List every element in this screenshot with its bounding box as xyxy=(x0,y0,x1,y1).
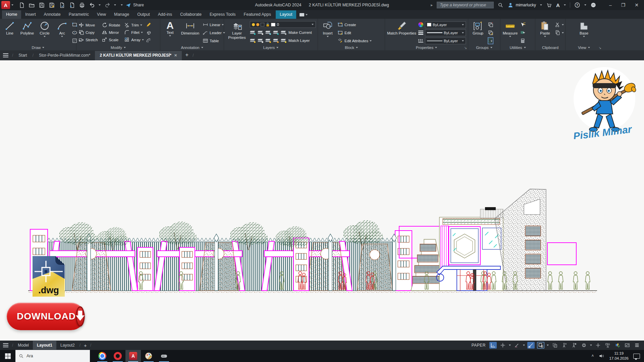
tab-manage[interactable]: Manage xyxy=(110,10,133,19)
redo-caret-icon[interactable] xyxy=(114,4,116,6)
match-properties-button[interactable]: Match Properties xyxy=(387,20,416,36)
volume-icon[interactable] xyxy=(598,353,604,359)
panel-layers-title[interactable]: Layers xyxy=(224,45,318,50)
minimize-button[interactable]: – xyxy=(609,2,612,8)
copy-tool[interactable]: Copy xyxy=(78,29,98,36)
customization-menu-icon[interactable] xyxy=(633,342,641,349)
table-tool[interactable]: Table xyxy=(203,37,225,44)
panel-annotation-title[interactable]: Annotation xyxy=(160,45,224,50)
app-menu-caret-icon[interactable] xyxy=(11,4,13,6)
tray-expand-icon[interactable]: ˄ xyxy=(591,354,594,358)
tab-parametric[interactable]: Parametric xyxy=(65,10,93,19)
drawing-canvas[interactable]: Pislik Mimar .dwg DOWNLOAD xyxy=(0,60,644,341)
doc-tab-kultur-merkezi[interactable]: 2 KATLI KÜLTÜR MERKEZİ PROJESİ*✕ xyxy=(95,51,182,60)
array-tool[interactable]: Array xyxy=(124,36,144,43)
help-icon[interactable] xyxy=(574,2,580,8)
tab-home[interactable]: Home xyxy=(2,10,21,19)
scale-tool[interactable]: Scale xyxy=(102,36,120,43)
stretch-tool[interactable]: Stretch xyxy=(78,36,98,43)
group-selection-toggle[interactable] xyxy=(488,37,493,44)
block-create-button[interactable]: Create xyxy=(337,21,372,28)
account-caret-icon[interactable] xyxy=(540,4,542,6)
offset-tool[interactable] xyxy=(146,37,152,44)
make-current-icon[interactable] xyxy=(281,31,286,35)
autodesk-caret-icon[interactable] xyxy=(564,4,566,6)
tab-output[interactable]: Output xyxy=(133,10,154,19)
workspace-switching-button[interactable] xyxy=(594,342,602,349)
paper-space-button[interactable]: PAPER xyxy=(472,343,486,348)
object-snap-toggle[interactable] xyxy=(527,342,535,349)
panel-view-title[interactable]: View↘ xyxy=(566,45,602,50)
arc-tool[interactable]: Arc xyxy=(54,20,70,37)
snap-tracking-toggle[interactable] xyxy=(537,342,544,349)
close-button[interactable]: ✕ xyxy=(635,2,639,8)
line-tool[interactable]: Line xyxy=(2,20,17,36)
panel-clipboard-title[interactable]: Clipboard xyxy=(535,45,565,50)
match-layer-icon[interactable] xyxy=(281,39,286,43)
leader-tool[interactable]: Leader xyxy=(203,29,225,36)
taskbar-chrome-icon[interactable] xyxy=(95,350,110,362)
restore-button[interactable]: ❐ xyxy=(621,2,626,8)
rotate-tool[interactable]: Rotate xyxy=(102,21,120,28)
ribbon-display-toggle[interactable] xyxy=(300,13,308,19)
start-button[interactable] xyxy=(0,350,15,362)
annotation-visibility-toggle[interactable] xyxy=(561,342,568,349)
file-tabs-menu-icon[interactable] xyxy=(0,50,11,60)
doc-tab-start[interactable]: Start xyxy=(14,51,32,60)
help-caret-icon[interactable] xyxy=(584,4,586,6)
layout1-tab[interactable]: Layout1 xyxy=(33,341,56,350)
open-file-icon[interactable] xyxy=(28,2,35,8)
move-tool[interactable]: Move xyxy=(78,21,98,28)
layer-freeze-icon[interactable] xyxy=(265,31,271,35)
layer-unisolate-icon[interactable] xyxy=(258,31,263,35)
match-layer-label[interactable]: Match Layer xyxy=(288,39,310,43)
tab-layout-contextual[interactable]: Layout xyxy=(276,10,297,19)
tab-addins[interactable]: Add-ins xyxy=(154,10,176,19)
panel-draw-title[interactable]: Draw xyxy=(0,45,76,50)
download-button[interactable]: DOWNLOAD xyxy=(7,303,85,330)
close-tab-icon[interactable]: ✕ xyxy=(174,53,177,58)
quick-select-icon[interactable] xyxy=(520,21,526,28)
fillet-tool[interactable]: Fillet xyxy=(124,29,144,36)
new-file-icon[interactable] xyxy=(18,2,25,8)
snap-caret-icon[interactable] xyxy=(547,345,549,346)
feedback-bubble-icon[interactable] xyxy=(590,2,596,8)
panel-utilities-title[interactable]: Utilities xyxy=(500,45,535,50)
polyline-tool[interactable]: Polyline xyxy=(19,20,35,36)
annotation-scale-caret-icon[interactable] xyxy=(590,345,592,346)
tab-collaborate[interactable]: Collaborate xyxy=(176,10,206,19)
ungroup-icon[interactable] xyxy=(488,21,493,28)
redo-button[interactable] xyxy=(104,2,111,8)
layout-menu-icon[interactable] xyxy=(0,341,11,350)
taskbar-search-input[interactable]: Ara xyxy=(15,350,90,362)
app-menu-button[interactable]: A xyxy=(1,1,10,9)
tab-express-tools[interactable]: Express Tools xyxy=(206,10,240,19)
block-edit-button[interactable]: Edit xyxy=(337,29,372,36)
edit-attributes-button[interactable]: Edit Attributes xyxy=(337,37,372,44)
save-icon[interactable] xyxy=(38,2,45,8)
erase-tool[interactable] xyxy=(146,21,152,28)
graphics-performance-button[interactable] xyxy=(614,342,621,349)
publish-icon[interactable] xyxy=(68,2,75,8)
layer-properties-button[interactable]: Layer Properties xyxy=(226,20,248,40)
action-center-icon[interactable] xyxy=(633,354,640,359)
view-expander-icon[interactable]: ↘ xyxy=(599,46,601,50)
search-icon[interactable] xyxy=(498,2,503,8)
linetype-combo[interactable]: ByLayer xyxy=(425,38,466,44)
autoscale-toggle[interactable] xyxy=(571,342,578,349)
trim-tool[interactable]: Trim xyxy=(124,21,144,28)
polar-caret-icon[interactable] xyxy=(523,345,525,346)
cut-icon[interactable] xyxy=(555,21,564,28)
undo-caret-icon[interactable] xyxy=(99,4,101,6)
help-search-input[interactable]: Type a keyword or phrase xyxy=(437,2,494,8)
calculator-icon[interactable] xyxy=(520,37,526,44)
qat-customize-caret-icon[interactable] xyxy=(121,4,123,6)
taskbar-app-icon[interactable] xyxy=(156,350,172,362)
mirror-tool[interactable]: Mirror xyxy=(102,29,120,36)
text-tool[interactable]: AText xyxy=(162,20,178,37)
explode-tool[interactable] xyxy=(146,29,152,36)
panel-block-title[interactable]: Block xyxy=(318,45,385,50)
layer-unlock-icon[interactable] xyxy=(273,39,278,43)
dimension-tool[interactable]: Dimension xyxy=(180,20,201,36)
new-drawing-tab-button[interactable]: + xyxy=(182,52,192,60)
